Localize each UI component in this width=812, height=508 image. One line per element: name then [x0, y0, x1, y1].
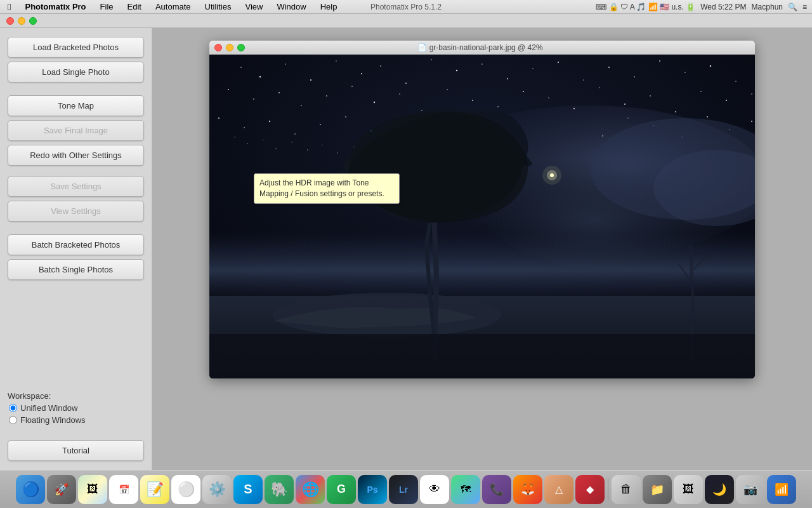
load-bracketed-button[interactable]: Load Bracketed Photos	[8, 37, 144, 58]
svg-point-66	[337, 152, 337, 153]
dock-item-photoshop[interactable]: Ps	[358, 475, 387, 504]
photo-svg	[209, 55, 755, 378]
svg-point-59	[234, 137, 235, 137]
svg-point-16	[608, 67, 610, 68]
dock-item-finder[interactable]: 🔵	[16, 475, 45, 504]
batch-bracketed-button[interactable]: Batch Bracketed Photos	[8, 234, 144, 255]
dock-item-launchpad[interactable]: 🚀	[47, 475, 76, 504]
svg-point-39	[650, 95, 651, 97]
save-final-button[interactable]: Save Final Image	[8, 120, 144, 141]
svg-point-29	[399, 93, 400, 95]
photo-content	[209, 55, 755, 378]
svg-point-37	[599, 87, 600, 88]
svg-point-19	[684, 72, 686, 73]
tone-map-button[interactable]: Tone Map	[8, 95, 144, 116]
dock-item-photos[interactable]: 🖼	[78, 475, 107, 504]
dock-item-preview[interactable]: 👁	[420, 475, 449, 504]
window-close-button[interactable]	[6, 17, 14, 25]
photo-scene	[209, 55, 755, 378]
svg-point-21	[735, 81, 737, 82]
menu-edit[interactable]: Edit	[125, 2, 144, 11]
svg-point-7	[380, 65, 381, 67]
dock-divider	[608, 478, 608, 501]
workspace-floating-radio[interactable]	[9, 416, 17, 424]
svg-point-5	[336, 60, 337, 62]
workspace-floating-option[interactable]: Floating Windows	[9, 415, 144, 425]
dock-item-folder1[interactable]: 📁	[643, 475, 672, 504]
dock-item-app1[interactable]: △	[544, 475, 573, 504]
dock: 🔵 🚀 🖼 📅 📝 ⚪ ⚙️ S 🐘 🌐 G Ps Lr 👁 🗺 📞 🦊 △ ◆…	[0, 470, 812, 508]
menubar-center-title: Photomatix Pro 5.1.2	[370, 3, 442, 11]
dock-item-firefox[interactable]: 🦊	[513, 475, 542, 504]
menu-automate[interactable]: Automate	[153, 2, 193, 11]
dock-item-calendar[interactable]: 📅	[109, 475, 138, 504]
app-menu-photomatix[interactable]: Photomatix Pro	[22, 2, 88, 11]
load-single-button[interactable]: Load Single Photo	[8, 62, 144, 83]
dock-item-stack1[interactable]: 🖼	[674, 475, 703, 504]
svg-point-46	[269, 121, 270, 122]
menu-utilities[interactable]: Utilities	[202, 2, 234, 11]
photo-window-title: 📄 gr-basin-national-park.jpg @ 42%	[211, 43, 750, 52]
workspace-floating-label: Floating Windows	[20, 415, 86, 425]
dock-item-evernote[interactable]: 🐘	[265, 475, 294, 504]
svg-point-31	[447, 89, 448, 90]
svg-point-8	[405, 83, 407, 84]
svg-point-25	[301, 105, 302, 106]
batch-single-button[interactable]: Batch Single Photos	[8, 259, 144, 280]
svg-point-48	[320, 124, 321, 125]
svg-point-18	[659, 60, 660, 62]
svg-point-28	[374, 102, 375, 103]
svg-point-65	[322, 145, 323, 145]
svg-point-6	[361, 73, 362, 74]
app-window-titlebar	[0, 14, 812, 28]
dock-item-maps[interactable]: 🗺	[451, 475, 480, 504]
window-maximize-button[interactable]	[29, 17, 37, 25]
workspace-label: Workspace:	[8, 391, 51, 401]
svg-point-24	[278, 92, 280, 93]
svg-point-23	[253, 98, 254, 100]
workspace-unified-radio[interactable]	[9, 404, 17, 412]
menu-view[interactable]: View	[242, 2, 265, 11]
dock-item-lightroom[interactable]: Lr	[389, 475, 418, 504]
svg-point-47	[294, 133, 296, 135]
dock-item-stack2[interactable]: 🌙	[705, 475, 734, 504]
menu-file[interactable]: File	[98, 2, 116, 11]
dock-item-app2[interactable]: ◆	[575, 475, 605, 504]
tutorial-button[interactable]: Tutorial	[8, 440, 144, 461]
dock-item-stack3[interactable]: 📷	[736, 475, 765, 504]
dock-item-chrome[interactable]: 🌐	[296, 475, 325, 504]
dock-item-settings[interactable]: ⚙️	[202, 475, 232, 504]
window-minimize-button[interactable]	[18, 17, 25, 25]
menubar-left:  Photomatix Pro File Edit Automate Util…	[5, 1, 339, 12]
workspace-unified-label: Unified Window	[20, 403, 77, 413]
tooltip-text: Adjust the HDR image with Tone Mapping /…	[259, 178, 384, 198]
svg-rect-82	[209, 334, 755, 378]
menubar-list-icon[interactable]: ≡	[802, 3, 807, 11]
svg-point-45	[244, 127, 245, 128]
svg-point-54	[707, 116, 708, 117]
save-settings-button[interactable]: Save Settings	[8, 176, 144, 197]
svg-point-42	[726, 100, 727, 101]
dock-item-trash[interactable]: 🗑	[612, 475, 641, 504]
menubar-search-icon[interactable]: 🔍	[788, 3, 797, 11]
svg-point-11	[481, 64, 483, 65]
view-settings-button[interactable]: View Settings	[8, 201, 144, 222]
workspace-row: Workspace:	[8, 391, 144, 401]
apple-menu[interactable]: 	[5, 1, 13, 12]
svg-point-63	[291, 142, 292, 142]
svg-point-33	[497, 106, 499, 107]
workspace-unified-option[interactable]: Unified Window	[9, 403, 144, 413]
photo-file-icon: 📄	[417, 43, 429, 52]
photo-area: 📄 gr-basin-national-park.jpg @ 42%	[152, 28, 812, 470]
dock-item-reminders[interactable]: ⚪	[171, 475, 200, 504]
dock-item-wifi[interactable]: 📶	[767, 475, 796, 504]
menu-help[interactable]: Help	[318, 2, 340, 11]
svg-point-17	[634, 76, 635, 77]
redo-settings-button[interactable]: Redo with Other Settings	[8, 145, 144, 166]
dock-item-viber[interactable]: 📞	[482, 475, 511, 504]
dock-item-notes[interactable]: 📝	[140, 475, 169, 504]
dock-item-grammarly[interactable]: G	[327, 475, 356, 504]
dock-item-skype[interactable]: S	[233, 475, 263, 504]
svg-point-67	[353, 146, 354, 147]
menu-window[interactable]: Window	[274, 2, 308, 11]
